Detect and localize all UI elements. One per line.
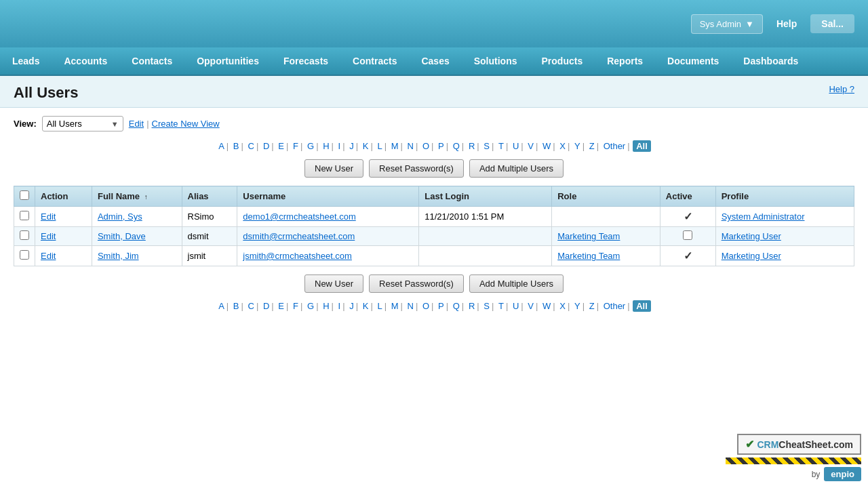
sales-button[interactable]: Sal...	[810, 14, 854, 33]
edit-link-1[interactable]: Edit	[41, 211, 56, 222]
alpha-bot-G[interactable]: G	[307, 301, 314, 311]
fullname-link-2[interactable]: Smith, Dave	[98, 231, 146, 241]
alpha-E[interactable]: E	[278, 141, 284, 151]
alpha-L[interactable]: L	[377, 141, 382, 151]
nav-item-products[interactable]: Products	[530, 47, 595, 75]
alpha-bot-all-active[interactable]: All	[633, 300, 651, 312]
new-user-button-bottom[interactable]: New User	[304, 274, 363, 293]
alpha-bot-C[interactable]: C	[248, 301, 254, 311]
alpha-U[interactable]: U	[513, 141, 519, 151]
role-link-3[interactable]: Marketing Team	[557, 251, 620, 261]
alpha-bot-J[interactable]: J	[349, 301, 354, 311]
alpha-C[interactable]: C	[248, 141, 254, 151]
alpha-bot-S[interactable]: S	[484, 301, 490, 311]
username-link-3[interactable]: jsmith@crmcheatsheet.com	[243, 251, 352, 261]
alpha-K[interactable]: K	[363, 141, 369, 151]
alpha-bot-D[interactable]: D	[263, 301, 269, 311]
alpha-bot-X[interactable]: X	[559, 301, 566, 311]
alpha-T[interactable]: T	[498, 141, 504, 151]
alpha-bot-W[interactable]: W	[542, 301, 551, 311]
alpha-V[interactable]: V	[528, 141, 534, 151]
alpha-other[interactable]: Other	[604, 141, 626, 151]
alpha-bot-L[interactable]: L	[377, 301, 382, 311]
alpha-W[interactable]: W	[542, 141, 551, 151]
new-user-button-top[interactable]: New User	[304, 159, 363, 178]
alpha-bot-N[interactable]: N	[408, 301, 414, 311]
active-checkbox-2[interactable]	[683, 230, 692, 240]
alpha-H[interactable]: H	[323, 141, 329, 151]
fullname-link-1[interactable]: Admin, Sys	[98, 211, 142, 222]
alpha-bot-Z[interactable]: Z	[589, 301, 595, 311]
alpha-bot-O[interactable]: O	[422, 301, 429, 311]
nav-item-solutions[interactable]: Solutions	[462, 47, 530, 75]
nav-item-opportunities[interactable]: Opportunities	[184, 47, 271, 75]
alpha-O[interactable]: O	[422, 141, 429, 151]
alpha-bot-M[interactable]: M	[391, 301, 399, 311]
nav-item-leads[interactable]: Leads	[0, 47, 52, 75]
alpha-bot-B[interactable]: B	[233, 301, 239, 311]
add-multiple-users-button-bottom[interactable]: Add Multiple Users	[469, 274, 564, 293]
alpha-A[interactable]: A	[218, 141, 224, 151]
alpha-Y[interactable]: Y	[574, 141, 580, 151]
view-select-dropdown[interactable]: All Users ▼	[42, 116, 123, 131]
username-link-1[interactable]: demo1@crmcheatsheet.com	[243, 211, 355, 222]
reset-passwords-button-bottom[interactable]: Reset Password(s)	[369, 274, 464, 293]
alpha-bot-H[interactable]: H	[323, 301, 329, 311]
alpha-F[interactable]: F	[293, 141, 298, 151]
alpha-X[interactable]: X	[559, 141, 566, 151]
alpha-bot-other[interactable]: Other	[604, 301, 626, 311]
alpha-Z[interactable]: Z	[589, 141, 595, 151]
help-link[interactable]: Help	[776, 18, 797, 29]
row-checkbox-1[interactable]	[20, 211, 29, 220]
alpha-bot-F[interactable]: F	[293, 301, 298, 311]
alpha-R[interactable]: R	[469, 141, 475, 151]
username-link-2[interactable]: dsmith@crmcheatsheet.com	[243, 231, 355, 241]
nav-item-documents[interactable]: Documents	[655, 47, 731, 75]
alpha-G[interactable]: G	[307, 141, 314, 151]
alpha-M[interactable]: M	[391, 141, 399, 151]
alpha-bot-A[interactable]: A	[218, 301, 224, 311]
alpha-J[interactable]: J	[349, 141, 354, 151]
nav-item-accounts[interactable]: Accounts	[52, 47, 119, 75]
sysadmin-button[interactable]: Sys Admin ▼	[691, 14, 763, 34]
profile-link-1[interactable]: System Administrator	[722, 211, 805, 222]
full-name-sort-link[interactable]: Full Name ↑	[98, 191, 148, 201]
nav-item-dashboards[interactable]: Dashboards	[731, 47, 810, 75]
alpha-bot-V[interactable]: V	[528, 301, 534, 311]
alpha-B[interactable]: B	[233, 141, 239, 151]
nav-item-contacts[interactable]: Contacts	[119, 47, 184, 75]
alpha-all-active[interactable]: All	[633, 140, 651, 152]
nav-item-contracts[interactable]: Contracts	[340, 47, 409, 75]
alpha-P[interactable]: P	[438, 141, 444, 151]
alpha-bot-Q[interactable]: Q	[453, 301, 460, 311]
alpha-bot-P[interactable]: P	[438, 301, 444, 311]
alpha-D[interactable]: D	[263, 141, 269, 151]
role-link-2[interactable]: Marketing Team	[557, 231, 620, 241]
nav-item-forecasts[interactable]: Forecasts	[271, 47, 340, 75]
alpha-I[interactable]: I	[338, 141, 341, 151]
edit-link-2[interactable]: Edit	[41, 231, 56, 241]
alpha-bot-K[interactable]: K	[363, 301, 369, 311]
edit-view-link[interactable]: Edit	[129, 119, 144, 129]
row-checkbox-2[interactable]	[20, 230, 29, 240]
nav-item-reports[interactable]: Reports	[595, 47, 655, 75]
alpha-bot-T[interactable]: T	[498, 301, 504, 311]
alpha-N[interactable]: N	[408, 141, 414, 151]
alpha-Q[interactable]: Q	[453, 141, 460, 151]
reset-passwords-button-top[interactable]: Reset Password(s)	[369, 159, 464, 178]
page-help-link[interactable]: Help ?	[829, 84, 854, 94]
th-full-name[interactable]: Full Name ↑	[92, 186, 182, 207]
alpha-bot-R[interactable]: R	[469, 301, 475, 311]
create-new-view-link[interactable]: Create New View	[152, 119, 220, 129]
select-all-checkbox[interactable]	[20, 190, 29, 200]
edit-link-3[interactable]: Edit	[41, 251, 56, 261]
nav-item-cases[interactable]: Cases	[409, 47, 461, 75]
alpha-bot-I[interactable]: I	[338, 301, 341, 311]
row-checkbox-3[interactable]	[20, 250, 29, 260]
profile-link-3[interactable]: Marketing User	[722, 251, 781, 261]
alpha-bot-E[interactable]: E	[278, 301, 284, 311]
add-multiple-users-button-top[interactable]: Add Multiple Users	[469, 159, 564, 178]
fullname-link-3[interactable]: Smith, Jim	[98, 251, 139, 261]
alpha-bot-Y[interactable]: Y	[574, 301, 580, 311]
alpha-bot-U[interactable]: U	[513, 301, 519, 311]
